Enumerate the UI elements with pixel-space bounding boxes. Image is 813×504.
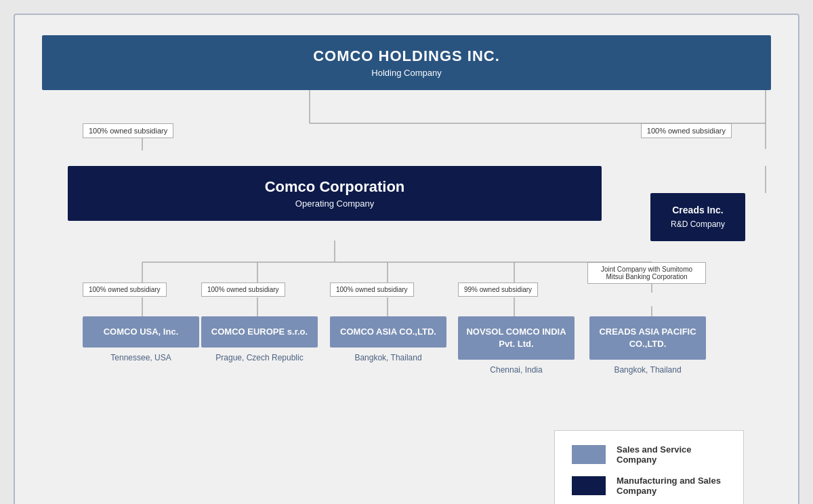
legend: Sales and Service Company Manufacturing … [554, 430, 744, 504]
sub3-box: COMCO ASIA CO.,LTD. Bangkok, Thailand [330, 316, 446, 362]
sub1-name: COMCO USA, Inc. [104, 327, 179, 337]
sub2-box: COMCO EUROPE s.r.o. Prague, Czech Republ… [201, 316, 318, 362]
corp-title: Comco Corporation [81, 178, 588, 196]
creads-name1: Creads Inc. [672, 205, 723, 215]
legend-color-sales [572, 445, 606, 464]
holding-company-box: COMCO HOLDINGS INC. Holding Company [42, 35, 771, 90]
legend-color-manufacturing [572, 476, 606, 495]
creads-name2: R&D Company [671, 219, 725, 229]
comco-corp-box: Comco Corporation Operating Company [68, 166, 602, 221]
diagram-container: COMCO HOLDINGS INC. Holding Company 100%… [14, 14, 799, 504]
legend-label-sales: Sales and Service Company [617, 444, 726, 465]
sub1-ownership-badge: 100% owned subsidiary [83, 282, 167, 297]
holding-title: COMCO HOLDINGS INC. [56, 47, 757, 65]
corp-ownership-badge: 100% owned subsidiary [83, 123, 173, 138]
diagram-inner: COMCO HOLDINGS INC. Holding Company 100%… [42, 35, 771, 504]
sub5-location: Bangkok, Thailand [589, 365, 706, 375]
legend-label-manufacturing: Manufacturing and Sales Company [617, 476, 726, 496]
sub3-location: Bangkok, Thailand [330, 353, 446, 362]
sub2-location: Prague, Czech Republic [201, 353, 318, 362]
sub3-ownership-badge: 100% owned subsidiary [330, 282, 414, 297]
sub5-ownership-badge: Joint Company with Sumitomo Mitsui Banki… [587, 262, 706, 284]
sub5-name: CREADS ASIA PACIFIC CO.,LTD. [599, 327, 696, 349]
sub4-box: NOVSOL COMCO INDIA Pvt. Ltd. Chennai, In… [458, 316, 575, 375]
creads-box: Creads Inc. R&D Company [650, 193, 745, 241]
sub3-name: COMCO ASIA CO.,LTD. [340, 327, 436, 337]
sub4-ownership-badge: 99% owned subsidiary [458, 282, 538, 297]
sub1-box: COMCO USA, Inc. Tennessee, USA [83, 316, 199, 362]
sub4-name: NOVSOL COMCO INDIA Pvt. Ltd. [466, 327, 566, 349]
holding-subtitle: Holding Company [56, 68, 757, 78]
legend-item-manufacturing: Manufacturing and Sales Company [572, 476, 726, 496]
creads-ownership-badge: 100% owned subsidiary [641, 123, 732, 138]
corp-subtitle: Operating Company [81, 198, 588, 209]
holding-box: COMCO HOLDINGS INC. Holding Company [42, 35, 771, 90]
sub4-location: Chennai, India [458, 365, 575, 375]
sub5-box: CREADS ASIA PACIFIC CO.,LTD. Bangkok, Th… [589, 316, 706, 375]
sub2-ownership-badge: 100% owned subsidiary [201, 282, 285, 297]
sub1-location: Tennessee, USA [83, 353, 199, 362]
sub2-name: COMCO EUROPE s.r.o. [211, 327, 308, 337]
legend-item-sales: Sales and Service Company [572, 444, 726, 465]
